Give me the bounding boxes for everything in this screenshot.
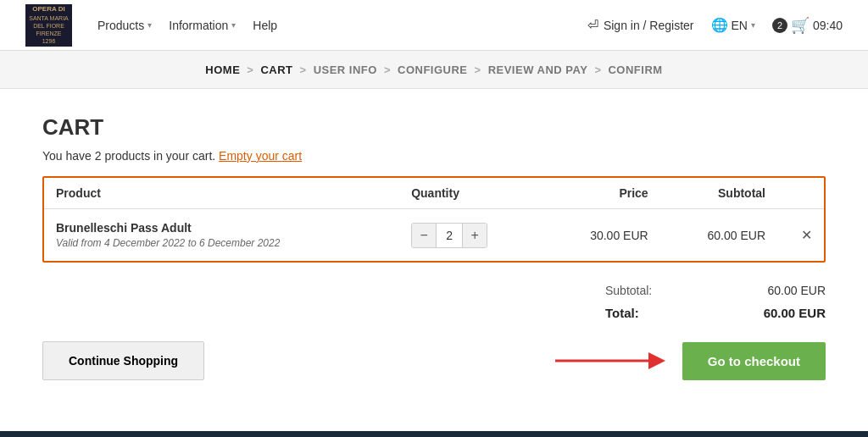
item-subtotal: 60.00 EUR <box>660 209 777 262</box>
bc-sep-5: > <box>594 64 601 76</box>
cart-badge[interactable]: 2 🛒 09:40 <box>772 16 843 35</box>
item-price: 30.00 EUR <box>542 209 659 262</box>
quantity-increase-button[interactable]: + <box>463 224 487 247</box>
main-nav: Products ▾ Information ▾ Help <box>97 19 587 32</box>
logo-line2: SANTA MARIA <box>29 14 69 22</box>
header: OPERA DI SANTA MARIA DEL FIORE FIRENZE 1… <box>0 0 868 51</box>
total-label: Total: <box>605 306 639 320</box>
footer: BUY TICKETS INFORMATION PAYMENT METHODS … <box>0 431 868 437</box>
bc-sep-1: > <box>247 64 253 76</box>
quantity-control: − 2 + <box>411 223 487 248</box>
nav-information[interactable]: Information ▾ <box>169 19 236 32</box>
signin-icon: ⏎ <box>587 17 598 33</box>
lang-label: EN <box>732 19 748 32</box>
header-time: 09:40 <box>813 19 843 32</box>
subtotal-label: Subtotal: <box>605 284 652 297</box>
col-quantity: Quantity <box>399 178 542 209</box>
bc-confirm[interactable]: CONFIRM <box>608 64 662 76</box>
nav-products[interactable]: Products ▾ <box>97 19 152 32</box>
chevron-down-icon: ▾ <box>751 20 755 30</box>
col-product: Product <box>44 178 399 209</box>
signin-button[interactable]: ⏎ Sign in / Register <box>587 17 694 33</box>
cart-icon: 🛒 <box>791 16 810 35</box>
logo-line1: OPERA DI <box>32 5 64 14</box>
header-right: ⏎ Sign in / Register 🌐 EN ▾ 2 🛒 09:40 <box>587 16 843 35</box>
nav-help[interactable]: Help <box>253 19 277 32</box>
total-value: 60.00 EUR <box>764 306 826 320</box>
bc-reviewpay[interactable]: REVIEW AND PAY <box>488 64 588 76</box>
red-arrow-svg <box>555 346 674 376</box>
bc-sep-4: > <box>475 64 481 76</box>
quantity-value: 2 <box>436 224 463 247</box>
globe-icon: 🌐 <box>711 17 728 33</box>
arrow-decoration <box>204 346 682 376</box>
checkout-button[interactable]: Go to checkout <box>682 342 826 380</box>
continue-shopping-button[interactable]: Continue Shopping <box>42 341 204 380</box>
quantity-decrease-button[interactable]: − <box>412 224 436 247</box>
remove-item-button[interactable]: ✕ <box>801 228 812 242</box>
summary-area: Subtotal: 60.00 EUR Total: 60.00 EUR <box>42 279 826 324</box>
subtotal-row: Subtotal: 60.00 EUR <box>605 279 826 301</box>
actions-area: Continue Shopping Go to checkout <box>42 341 826 380</box>
product-date: Valid from 4 December 2022 to 6 December… <box>56 237 387 249</box>
cart-subtitle: You have 2 products in your cart. Empty … <box>42 149 826 163</box>
bc-sep-2: > <box>300 64 307 76</box>
subtotal-value: 60.00 EUR <box>768 284 826 297</box>
breadcrumb: HOME > CART > USER INFO > CONFIGURE > RE… <box>0 51 868 89</box>
cart-count: 2 <box>772 18 787 33</box>
main-content: CART You have 2 products in your cart. E… <box>0 89 868 431</box>
col-price: Price <box>542 178 659 209</box>
logo: OPERA DI SANTA MARIA DEL FIORE FIRENZE 1… <box>25 4 72 47</box>
logo-area[interactable]: OPERA DI SANTA MARIA DEL FIORE FIRENZE 1… <box>25 4 72 47</box>
logo-line3: DEL FIORE <box>33 22 64 30</box>
bc-home[interactable]: HOME <box>205 64 240 76</box>
total-row: Total: 60.00 EUR <box>605 301 826 324</box>
cart-table-wrapper: Product Quantity Price Subtotal Brunelle… <box>42 176 826 263</box>
chevron-down-icon: ▾ <box>147 20 152 30</box>
bc-userinfo[interactable]: USER INFO <box>314 64 377 76</box>
cart-table: Product Quantity Price Subtotal Brunelle… <box>44 178 824 261</box>
table-row: Brunelleschi Pass Adult Valid from 4 Dec… <box>44 209 824 262</box>
logo-line4: FIRENZE 1296 <box>29 30 69 45</box>
product-name: Brunelleschi Pass Adult <box>56 221 387 235</box>
cart-title: CART <box>42 114 826 141</box>
language-selector[interactable]: 🌐 EN ▾ <box>711 17 755 33</box>
empty-cart-link[interactable]: Empty your cart <box>219 149 302 163</box>
chevron-down-icon: ▾ <box>231 20 236 30</box>
col-subtotal: Subtotal <box>660 178 777 209</box>
bc-configure[interactable]: CONFIGURE <box>398 64 468 76</box>
bc-sep-3: > <box>384 64 391 76</box>
signin-label: Sign in / Register <box>604 19 694 32</box>
summary-table: Subtotal: 60.00 EUR Total: 60.00 EUR <box>605 279 826 324</box>
bc-cart[interactable]: CART <box>260 64 292 76</box>
svg-marker-1 <box>648 352 665 369</box>
